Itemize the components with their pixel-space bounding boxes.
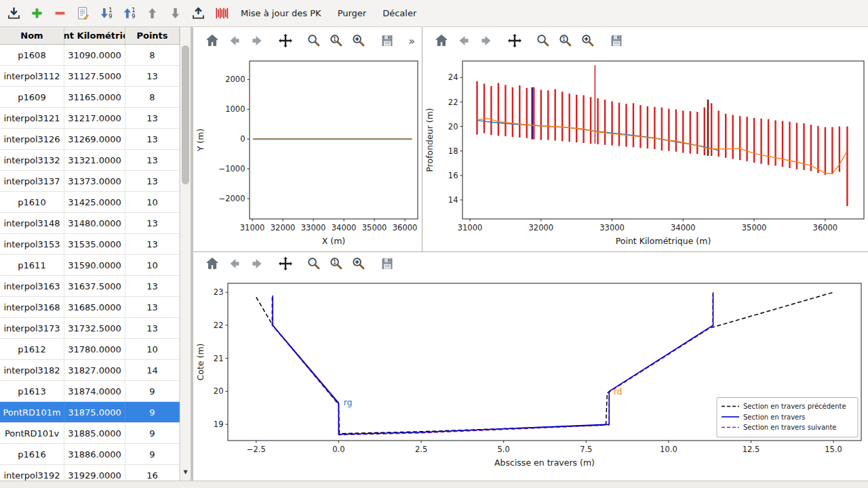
fig-section-zoom-button[interactable] xyxy=(304,255,323,273)
cell-points: 10 xyxy=(125,192,180,212)
figure-depth-profile: 1 31000320003300034000350003600014161820… xyxy=(422,27,868,251)
table-row[interactable]: interpol313231321.000013 xyxy=(0,150,180,171)
table-row[interactable]: interpol311231127.500013 xyxy=(0,66,180,87)
menu-purge[interactable]: Purger xyxy=(330,5,374,22)
fig-section-pan-button[interactable] xyxy=(276,255,294,273)
fig-section-save-button[interactable] xyxy=(378,255,396,273)
fig-section-home-button[interactable] xyxy=(203,255,221,273)
svg-text:31000: 31000 xyxy=(458,223,483,232)
table-row[interactable]: interpol313731373.000013 xyxy=(0,171,180,192)
svg-text:36000: 36000 xyxy=(813,223,838,232)
fig-section-zoomplus-button[interactable] xyxy=(349,255,368,273)
table-row[interactable]: interpol318231827.000014 xyxy=(0,360,180,381)
fig-depth-back-button[interactable] xyxy=(454,32,473,50)
cell-pk: 31885.0000 xyxy=(64,423,125,443)
edit-section-button[interactable] xyxy=(72,3,94,24)
menu-update-pk[interactable]: Mise à jour des PK xyxy=(233,5,329,22)
fig-depth-save-button[interactable] xyxy=(607,32,625,50)
fig-section-canvas[interactable]: −2.50.02.55.07.510.012.515.01920212223Ab… xyxy=(193,275,868,481)
cell-pk: 31590.0000 xyxy=(64,255,125,275)
fig-xy-save-button[interactable] xyxy=(378,32,396,50)
import-button[interactable] xyxy=(3,3,24,24)
scrollbar-thumb[interactable] xyxy=(182,45,189,184)
cell-nom: PontRD101v xyxy=(0,423,64,443)
cell-points: 10 xyxy=(125,255,180,275)
fig-depth-canvas[interactable]: 3100032000330003400035000360001416182022… xyxy=(422,54,867,252)
table-row[interactable]: interpol315331535.000013 xyxy=(0,234,180,255)
table-row[interactable]: p161131590.000010 xyxy=(0,255,180,276)
cell-nom: p1609 xyxy=(0,87,64,107)
fig-section-back-button[interactable] xyxy=(225,255,243,273)
x-axis-label: Point Kilométrique (m) xyxy=(616,236,711,246)
fig-xy-home-button[interactable] xyxy=(203,32,221,50)
svg-text:33000: 33000 xyxy=(301,223,326,232)
export-icon xyxy=(191,5,206,21)
svg-text:36000: 36000 xyxy=(393,223,418,232)
home-icon xyxy=(204,33,220,49)
column-header-nom[interactable]: Nom xyxy=(0,27,64,44)
fig-depth-home-button[interactable] xyxy=(432,32,450,50)
home-icon xyxy=(204,256,220,272)
table-row[interactable]: PontRD101m31875.00009 xyxy=(0,402,180,423)
save-icon xyxy=(379,256,395,272)
svg-text:33000: 33000 xyxy=(599,223,625,232)
cell-points: 13 xyxy=(125,318,180,338)
fig-depth-zoomone-button[interactable]: 1 xyxy=(556,32,574,50)
move-down-button[interactable] xyxy=(164,3,186,24)
fig-xy-back-button[interactable] xyxy=(225,32,243,50)
add-section-button[interactable] xyxy=(26,3,47,24)
cell-points: 16 xyxy=(125,465,180,481)
fig-xy-pan-button[interactable] xyxy=(276,32,294,50)
fig-depth-forward-button[interactable] xyxy=(477,32,495,50)
fig-xy-zoomplus-button[interactable] xyxy=(349,32,368,50)
table-row[interactable]: PontRD101v31885.00009 xyxy=(0,423,180,444)
table-row[interactable]: p161331874.00009 xyxy=(0,381,180,402)
cell-nom: interpol3132 xyxy=(0,150,64,170)
export-button[interactable] xyxy=(187,3,209,24)
remove-section-button[interactable] xyxy=(49,3,71,24)
column-header-pk[interactable]: Point Kilométrique xyxy=(64,27,125,44)
move-up-button[interactable] xyxy=(141,3,163,24)
svg-text:2000: 2000 xyxy=(225,75,245,84)
cell-points: 9 xyxy=(125,423,180,443)
table-row[interactable]: interpol312131217.000013 xyxy=(0,108,180,129)
svg-text:14: 14 xyxy=(448,195,458,205)
sort-descending-button[interactable]: 19 xyxy=(95,3,117,24)
column-header-points[interactable]: Points xyxy=(125,27,180,44)
table-row[interactable]: interpol316331637.500013 xyxy=(0,276,180,297)
scroll-down-button[interactable]: ▼ xyxy=(180,469,191,475)
table-row[interactable]: interpol319231929.000016 xyxy=(0,465,180,481)
figure-plan-toolbar: 1» xyxy=(193,27,422,54)
sections-button[interactable] xyxy=(210,3,232,24)
forward-icon xyxy=(249,256,265,272)
fig-section-forward-button[interactable] xyxy=(248,255,266,273)
table-row[interactable]: interpol314831480.000013 xyxy=(0,213,180,234)
table-row[interactable]: p161231780.000010 xyxy=(0,339,180,360)
fig-depth-zoomplus-button[interactable] xyxy=(578,32,597,50)
menu-shift[interactable]: Décaler xyxy=(375,5,424,22)
table-row[interactable]: p161031425.000010 xyxy=(0,192,180,213)
svg-text:24: 24 xyxy=(448,73,458,82)
fig-xy-zoom-button[interactable] xyxy=(304,32,323,50)
fig-depth-zoom-button[interactable] xyxy=(534,32,552,50)
plus-icon xyxy=(29,5,45,21)
cell-pk: 31217.0000 xyxy=(64,108,125,128)
table-row[interactable]: interpol312631269.000013 xyxy=(0,129,180,150)
table-scrollbar[interactable]: ▼ xyxy=(180,27,191,481)
svg-text:20: 20 xyxy=(214,386,224,396)
fig-xy-canvas[interactable]: 310003200033000340003500036000−2000−1000… xyxy=(193,54,422,252)
table-row[interactable]: p160831090.00008 xyxy=(0,45,180,66)
fig-xy-forward-button[interactable] xyxy=(248,32,266,50)
cell-points: 9 xyxy=(125,381,180,401)
table-row[interactable]: p160931165.00008 xyxy=(0,87,180,108)
fig-section-zoomone-button[interactable]: 1 xyxy=(327,255,345,273)
fig-xy-overflow-button[interactable]: » xyxy=(408,35,415,47)
table-row[interactable]: p161631886.00009 xyxy=(0,444,180,465)
fig-depth-pan-button[interactable] xyxy=(505,32,524,50)
pan-icon xyxy=(277,33,294,49)
cell-points: 10 xyxy=(125,339,180,359)
table-row[interactable]: interpol317331732.500013 xyxy=(0,318,180,339)
fig-xy-zoomone-button[interactable]: 1 xyxy=(327,32,345,50)
sort-ascending-button[interactable]: 19 xyxy=(118,3,140,24)
table-row[interactable]: interpol316831685.000013 xyxy=(0,297,180,318)
